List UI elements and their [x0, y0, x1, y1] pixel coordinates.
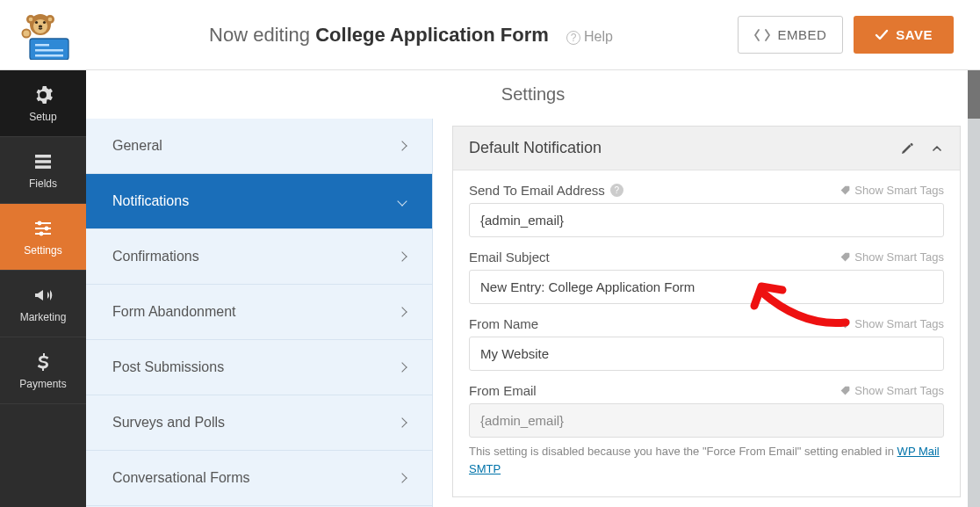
from-name-input[interactable] [469, 337, 944, 371]
submenu-item-notifications[interactable]: Notifications [86, 174, 432, 229]
submenu-item-confirmations[interactable]: Confirmations [86, 229, 432, 285]
svg-point-4 [48, 17, 53, 21]
svg-point-7 [43, 20, 46, 23]
tag-icon [839, 385, 851, 396]
chevron-right-icon [397, 307, 407, 316]
chevron-right-icon [397, 473, 407, 482]
page-title: Settings [86, 70, 980, 119]
show-smart-tags-link[interactable]: Show Smart Tags [839, 250, 944, 264]
submenu-item-general[interactable]: General [86, 119, 432, 174]
field-label: Email Subject [469, 250, 550, 264]
save-button[interactable]: SAVE [854, 16, 954, 54]
pencil-icon[interactable] [900, 141, 914, 156]
show-smart-tags-link[interactable]: Show Smart Tags [839, 184, 944, 197]
from-email-input [469, 403, 944, 438]
embed-button[interactable]: EMBED [738, 16, 843, 54]
tag-icon [839, 318, 851, 330]
logo [18, 11, 74, 60]
scrollbar-track[interactable] [968, 70, 980, 507]
sliders-icon [32, 218, 54, 239]
field-send-to: Send To Email Address? Show Smart Tags [469, 183, 944, 237]
notification-panel: Default Notification Send To Email Addre… [452, 126, 961, 497]
field-from-email: From Email Show Smart Tags This setting … [469, 383, 944, 477]
list-icon [32, 151, 54, 172]
now-editing-label: Now editing College Application Form [209, 24, 554, 46]
chevron-up-icon[interactable] [930, 141, 944, 156]
tag-icon [839, 185, 851, 196]
field-label: From Email [469, 383, 537, 398]
tag-icon [839, 251, 851, 263]
chevron-right-icon [397, 251, 407, 261]
svg-rect-17 [35, 160, 51, 163]
svg-rect-15 [35, 54, 63, 57]
submenu-item-surveys-and-polls[interactable]: Surveys and Polls [86, 395, 432, 451]
svg-point-22 [38, 221, 42, 225]
gear-icon [32, 84, 54, 105]
sidebar-item-label: Fields [29, 177, 57, 190]
chevron-right-icon [397, 141, 407, 150]
sidebar-item-label: Settings [24, 244, 61, 257]
show-smart-tags-link[interactable]: Show Smart Tags [839, 384, 944, 397]
sidebar-item-settings[interactable]: Settings [0, 204, 86, 271]
svg-point-8 [39, 25, 42, 27]
svg-rect-18 [35, 165, 51, 169]
field-email-subject: Email Subject Show Smart Tags [469, 250, 944, 304]
panel-title: Default Notification [469, 139, 900, 157]
field-label: From Name [469, 316, 538, 331]
send-to-input[interactable] [469, 203, 944, 237]
submenu-item-conversational-forms[interactable]: Conversational Forms [86, 451, 432, 506]
show-smart-tags-link[interactable]: Show Smart Tags [839, 317, 944, 330]
sidebar-item-label: Setup [29, 111, 56, 123]
help-tooltip-icon[interactable]: ? [610, 184, 623, 197]
sidebar-item-label: Payments [19, 378, 66, 390]
chevron-right-icon [397, 417, 407, 427]
field-from-name: From Name Show Smart Tags [469, 316, 944, 371]
svg-point-24 [40, 231, 44, 235]
svg-rect-13 [35, 44, 49, 47]
sidebar-item-marketing[interactable]: Marketing [0, 271, 86, 337]
bullhorn-icon [32, 285, 54, 306]
check-icon [875, 29, 889, 41]
dollar-icon [32, 351, 54, 373]
settings-submenu: General Notifications Confirmations Form… [86, 119, 433, 507]
code-icon [754, 29, 770, 41]
help-link[interactable]: ?Help [566, 29, 613, 44]
sidebar-item-fields[interactable]: Fields [0, 137, 86, 204]
chevron-right-icon [397, 362, 407, 372]
top-bar: Now editing College Application Form ?He… [0, 0, 980, 70]
field-label: Send To Email Address? [469, 183, 623, 198]
scrollbar-thumb[interactable] [968, 70, 980, 119]
svg-point-10 [23, 30, 29, 36]
main-sidebar: Setup Fields Settings Marketing Payments [0, 70, 86, 507]
wpforms-logo-icon [18, 11, 74, 60]
help-icon: ? [566, 31, 580, 45]
panel-header: Default Notification [453, 127, 960, 170]
sidebar-item-setup[interactable]: Setup [0, 70, 86, 137]
svg-point-6 [35, 20, 38, 23]
svg-point-23 [45, 226, 49, 230]
sidebar-item-payments[interactable]: Payments [0, 337, 86, 404]
svg-point-3 [29, 17, 33, 21]
svg-rect-14 [35, 49, 63, 52]
svg-rect-16 [35, 155, 51, 158]
sidebar-item-label: Marketing [20, 311, 67, 323]
submenu-item-post-submissions[interactable]: Post Submissions [86, 340, 432, 395]
email-subject-input[interactable] [469, 270, 944, 304]
submenu-item-form-abandonment[interactable]: Form Abandonment [86, 285, 432, 340]
chevron-down-icon [397, 196, 407, 206]
from-email-note: This setting is disabled because you hav… [469, 443, 944, 477]
form-name: College Application Form [315, 24, 549, 46]
